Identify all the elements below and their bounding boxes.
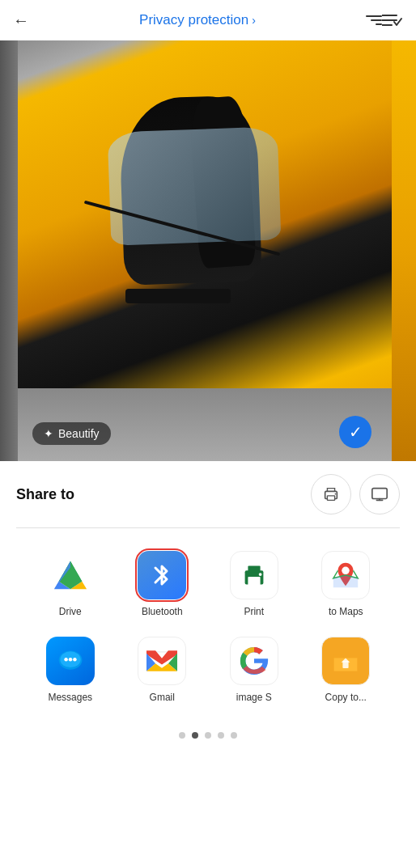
maps-icon	[330, 560, 361, 591]
app-item-maps[interactable]: to Maps	[300, 541, 393, 627]
google-icon-wrapper	[230, 637, 278, 685]
svg-point-24	[73, 658, 77, 662]
bluetooth-bg	[138, 551, 186, 599]
print-app-icon	[239, 560, 270, 591]
google-icon	[239, 646, 270, 676]
messages-icon	[56, 646, 85, 675]
app-item-bluetooth[interactable]: Bluetooth	[117, 541, 209, 627]
back-button[interactable]: ←	[13, 11, 29, 30]
header: ← Privacy protection ›	[0, 0, 416, 40]
right-car-strip	[392, 40, 416, 461]
beautify-star-icon: ✦	[44, 427, 53, 440]
dot-2	[192, 732, 198, 739]
divider	[16, 527, 400, 528]
google-label: image S	[236, 692, 272, 703]
bluetooth-icon-wrapper	[138, 551, 186, 599]
screen-icon	[371, 485, 388, 503]
gmail-bg	[138, 637, 186, 685]
windshield	[108, 126, 282, 245]
maps-label: to Maps	[329, 606, 363, 617]
app-item-gmail[interactable]: Gmail	[117, 627, 209, 713]
bluetooth-label: Bluetooth	[142, 606, 183, 617]
copyto-icon	[331, 646, 360, 675]
app-item-copyto[interactable]: Copy to...	[300, 627, 393, 713]
app-grid: Drive Bluetooth	[16, 535, 400, 719]
page-dots	[16, 719, 400, 755]
share-header: Share to	[16, 474, 400, 514]
svg-rect-6	[372, 489, 387, 499]
copyto-icon-wrapper	[321, 637, 370, 685]
maps-icon-wrapper	[321, 551, 370, 599]
share-section: Share to	[0, 461, 416, 755]
car-image-area: ✦ Beautify ✓	[0, 40, 416, 461]
drive-label: Drive	[59, 606, 82, 617]
app-item-print[interactable]: Print	[208, 541, 300, 627]
svg-point-5	[335, 493, 337, 495]
share-title: Share to	[16, 486, 74, 503]
check-circle[interactable]: ✓	[339, 416, 371, 448]
check-icon: ✓	[349, 422, 363, 442]
svg-rect-4	[327, 496, 334, 501]
dot-3	[205, 732, 211, 739]
privacy-protection-label: Privacy protection	[139, 12, 248, 28]
messages-icon-wrapper	[46, 637, 95, 685]
header-title[interactable]: Privacy protection ›	[139, 12, 256, 28]
gmail-icon-wrapper	[138, 637, 186, 685]
maps-bg	[321, 551, 370, 599]
copyto-label: Copy to...	[325, 692, 367, 703]
left-edge	[0, 40, 18, 461]
print-share-button[interactable]	[311, 474, 351, 514]
app-item-google[interactable]: image S	[208, 627, 300, 713]
svg-rect-16	[248, 577, 260, 586]
svg-rect-17	[248, 566, 260, 573]
title-chevron: ›	[252, 14, 256, 27]
svg-point-18	[258, 573, 261, 576]
svg-point-19	[342, 567, 350, 575]
gmail-icon	[146, 649, 177, 673]
beautify-label: Beautify	[58, 427, 100, 440]
print-icon	[322, 485, 340, 503]
drive-icon-wrapper	[46, 551, 95, 599]
print-icon-wrapper	[230, 551, 278, 599]
dot-1	[179, 732, 185, 739]
filter-icon	[366, 15, 382, 25]
screen-share-button[interactable]	[359, 474, 400, 514]
beautify-button[interactable]: ✦ Beautify	[32, 422, 111, 445]
print-bg	[230, 551, 278, 599]
drive-icon	[53, 559, 88, 591]
svg-point-23	[69, 658, 73, 662]
app-item-messages[interactable]: Messages	[24, 627, 117, 713]
gmail-label: Gmail	[150, 692, 175, 703]
share-action-icons	[311, 474, 400, 514]
app-item-drive[interactable]: Drive	[24, 541, 117, 627]
dot-5	[231, 732, 237, 739]
svg-point-22	[64, 658, 68, 662]
print-label: Print	[244, 606, 264, 617]
filter-button[interactable]	[366, 12, 403, 28]
filter-check-icon	[382, 12, 403, 28]
google-bg	[230, 637, 278, 685]
car-vent	[125, 289, 231, 303]
messages-bg	[46, 637, 95, 685]
messages-label: Messages	[48, 692, 92, 703]
bluetooth-symbol	[151, 561, 173, 589]
dot-4	[218, 732, 224, 739]
copyto-bg	[321, 637, 370, 685]
